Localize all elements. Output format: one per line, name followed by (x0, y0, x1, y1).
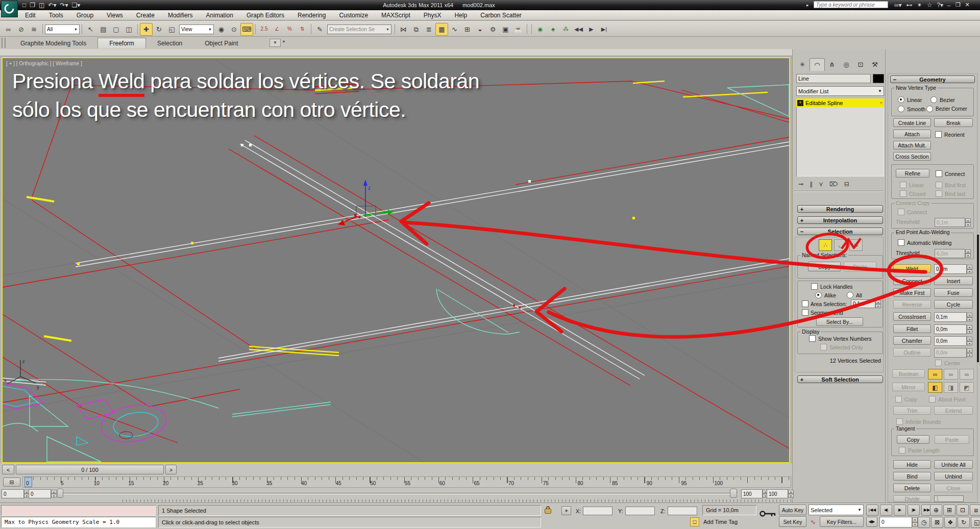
key-mode-toggle-icon[interactable]: ◀▶ (866, 517, 877, 527)
rectangular-selection-region-icon[interactable]: ▢ (110, 23, 122, 36)
chamfer-button[interactable]: Chamfer (893, 336, 931, 345)
unlink-selection-icon[interactable]: ⊘ (15, 23, 28, 36)
object-color-swatch[interactable] (873, 74, 884, 83)
angle-snap-icon[interactable]: ∠ (271, 23, 283, 36)
expand-plus-icon[interactable]: + (797, 100, 803, 106)
tangent-copy-button[interactable]: Copy (897, 435, 929, 444)
attach-button[interactable]: Attach (893, 130, 931, 138)
cross-section-button[interactable]: Cross Section (893, 152, 931, 161)
menu-item[interactable]: Tools (42, 11, 70, 20)
ribbon-tab[interactable]: Graphite Modeling Tools (9, 38, 97, 48)
bezier-radio[interactable] (930, 96, 937, 103)
crossinsert-field[interactable]: 0,1m (934, 312, 967, 322)
bind-first-checkbox[interactable] (936, 182, 942, 188)
search-input[interactable] (814, 1, 888, 8)
rollout-soft-selection[interactable]: +Soft Selection (797, 375, 883, 383)
divide-field[interactable]: 1 (934, 495, 964, 502)
extend-button[interactable]: Extend (934, 406, 973, 415)
weld-threshold-spinner[interactable]: ▴▾ (967, 265, 972, 273)
reorient-checkbox[interactable] (935, 131, 942, 138)
stack-item-editable-spline[interactable]: + Editable Spline ⁘ (796, 98, 884, 107)
trackbar-groove[interactable] (57, 493, 738, 494)
outline-button[interactable]: Outline (893, 348, 931, 357)
maxscript-mini-listener-pink[interactable] (1, 505, 156, 516)
modifier-stack[interactable]: + Editable Spline ⁘ (796, 98, 884, 177)
attach-mult-button[interactable]: Attach Mult. (893, 141, 931, 149)
select-by-button[interactable]: Select By... (816, 317, 863, 326)
mini-curve-editor-button[interactable]: ⊟ (3, 477, 20, 487)
refine-button[interactable]: Refine (896, 169, 929, 178)
carbon-plant-icon[interactable]: ♣ (547, 23, 559, 36)
redo-icon[interactable]: ↷▾ (60, 2, 68, 9)
time-slider-next-button[interactable]: > (165, 465, 177, 474)
modify-tab-icon[interactable]: ◠ (810, 58, 825, 71)
favorites-star-icon[interactable]: ☆ (927, 2, 933, 9)
boolean-union-icon[interactable]: ∞ (928, 369, 942, 380)
pan-icon[interactable]: ❖ (944, 517, 957, 528)
previous-frame-icon[interactable]: ◀| (880, 505, 892, 516)
project-folder-icon[interactable]: ❏▾ (72, 2, 81, 9)
material-editor-icon[interactable]: ◒ (474, 23, 486, 36)
auto-weld-threshold-field[interactable]: 6,0m (935, 249, 965, 258)
bezier-corner-radio[interactable] (926, 106, 933, 112)
auto-weld-threshold-spinner[interactable]: ▴▾ (965, 249, 971, 258)
refine-linear-checkbox[interactable] (900, 182, 906, 188)
communication-key-icon[interactable]: ⊷ (906, 2, 913, 9)
carbon-play-icon[interactable]: ▶ (585, 23, 598, 36)
boolean-button[interactable]: Boolean (892, 369, 925, 378)
closed-checkbox[interactable] (900, 190, 906, 197)
go-to-start-icon[interactable]: |◀◀ (866, 505, 878, 516)
make-unique-icon[interactable]: ⋎ (819, 181, 823, 187)
weld-button[interactable]: Weld (893, 264, 931, 273)
select-by-name-icon[interactable]: ▤ (97, 23, 110, 36)
ribbon-minimize-icon[interactable]: ▼ (270, 39, 281, 47)
trackbar-handle-right[interactable] (730, 489, 737, 498)
vertex-subobject-icon[interactable]: ∴ (819, 239, 832, 251)
z-coord-field[interactable] (668, 507, 697, 515)
area-selection-field[interactable]: 0,1m (851, 299, 875, 308)
menu-item[interactable]: MAXScript (375, 11, 417, 20)
cycle-button[interactable]: Cycle (934, 300, 973, 309)
fuse-button[interactable]: Fuse (934, 288, 973, 297)
mirror-vertical-icon[interactable]: ◨ (944, 382, 958, 393)
menu-item[interactable]: Rendering (291, 11, 332, 20)
snaps-toggle-25-icon[interactable]: 2.5 (258, 23, 271, 36)
carbon-prev-icon[interactable]: ◀◀ (572, 23, 585, 36)
curve-editor-icon[interactable]: ∿ (448, 23, 461, 36)
rendered-frame-window-icon[interactable]: ▣ (499, 23, 512, 36)
ribbon-tab[interactable]: Freeform (97, 38, 146, 48)
reference-coordinate-dropdown[interactable]: View▼ (179, 24, 214, 34)
menu-item[interactable]: Create (130, 11, 161, 20)
time-slider-prev-button[interactable]: < (2, 465, 14, 474)
ribbon-tab[interactable]: Object Paint (193, 38, 249, 48)
unhide-all-button[interactable]: Unhide All (934, 460, 973, 469)
rollout-geometry[interactable]: −Geometry (890, 75, 975, 83)
connect-copy-threshold-field[interactable]: 0,1m (935, 218, 965, 227)
copy-named-selection-button[interactable]: Copy (808, 262, 841, 271)
open-file-icon[interactable]: ❐ (30, 2, 35, 9)
create-tab-icon[interactable]: ✳ (795, 59, 810, 71)
region-zoom-icon[interactable]: ⊠ (931, 517, 943, 528)
maxscript-mini-listener[interactable]: Max to Physcs Geometry Scale = 1.0 (1, 517, 156, 527)
rollout-rendering[interactable]: +Rendering (797, 205, 883, 213)
menu-item[interactable]: Carbon Scatter (474, 11, 528, 20)
motion-tab-icon[interactable]: ◎ (839, 59, 853, 71)
create-line-button[interactable]: Create Line (893, 118, 931, 127)
make-first-button[interactable]: Make First (893, 288, 931, 297)
remove-modifier-icon[interactable]: ⌦ (829, 181, 838, 187)
menu-item[interactable]: Group (70, 11, 100, 20)
range-end-field-b[interactable]: 100 (767, 489, 788, 498)
help-icon[interactable]: ?▾ (937, 2, 943, 9)
infocenter-arrow-icon[interactable]: ▸ (806, 3, 809, 8)
current-frame-field[interactable]: 0 (879, 517, 912, 527)
select-and-link-icon[interactable]: ∞ (2, 23, 15, 36)
next-frame-icon[interactable]: |▶ (908, 505, 920, 516)
zoom-extents-all-icon[interactable]: ⧈ (970, 505, 980, 516)
zoom-icon[interactable]: ⊕ (930, 505, 942, 516)
select-and-move-icon[interactable]: ✚ (140, 23, 153, 36)
mirror-button[interactable]: Mirror (892, 383, 925, 391)
carbon-sphere-icon[interactable]: ◉ (534, 23, 547, 36)
timeline-ruler[interactable]: 0510152025303540455055606570758085909510… (22, 476, 791, 488)
ribbon-minimize-caret-icon[interactable]: ▾ (283, 40, 285, 44)
spinner-snap-icon[interactable]: ⇅ (296, 23, 309, 36)
